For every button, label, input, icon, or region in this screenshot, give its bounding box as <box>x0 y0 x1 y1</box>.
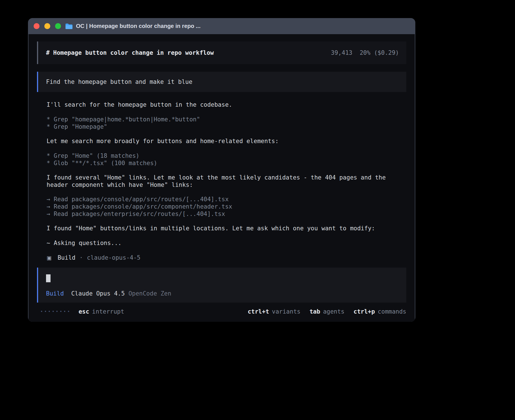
tool-call-line: * Grep "Homepage" <box>47 123 406 130</box>
assistant-text: I found "Home" buttons/links in multiple… <box>47 225 406 232</box>
shortcut-label: commands <box>378 308 406 315</box>
input-footer: Build Claude Opus 4.5 OpenCode Zen <box>46 290 398 297</box>
agent-name: Build <box>58 254 75 261</box>
window-title: OC | Homepage button color change in rep… <box>76 23 200 29</box>
tool-call-line: * Grep "Home" (18 matches) <box>47 152 406 159</box>
token-count: 39,413 <box>331 49 352 56</box>
zoom-button[interactable] <box>55 23 61 29</box>
user-message: Find the homepage button and make it blu… <box>37 72 406 92</box>
esc-label: interrupt <box>92 308 124 315</box>
input-model[interactable]: Claude Opus 4.5 <box>71 290 125 297</box>
tool-call-group: * Grep "Home" (18 matches) * Glob "**/*.… <box>47 152 406 167</box>
user-message-text: Find the homepage button and make it blu… <box>46 78 192 85</box>
prompt-input[interactable]: Build Claude Opus 4.5 OpenCode Zen <box>37 268 406 303</box>
status-left: ········ esc interrupt <box>37 308 124 315</box>
folder-icon <box>65 23 73 29</box>
assistant-text: Let me search more broadly for buttons a… <box>47 137 406 145</box>
conversation: I'll search for the homepage button in t… <box>47 101 406 261</box>
agent-status-line: ▣ Build · claude-opus-4-5 <box>47 254 406 261</box>
status-bar: ········ esc interrupt ctrl+t variants t… <box>37 308 406 315</box>
esc-key: esc <box>78 308 89 315</box>
context-usage: 20% ($0.29) <box>360 49 399 56</box>
status-shortcuts: ctrl+t variants tab agents ctrl+p comman… <box>248 308 406 315</box>
agent-model: claude-opus-4-5 <box>87 254 141 261</box>
file-read-group: → Read packages/console/app/src/routes/[… <box>47 196 406 218</box>
asking-status: ~ Asking questions... <box>47 239 406 247</box>
file-read-line: → Read packages/enterprise/src/routes/[.… <box>47 210 406 218</box>
shortcut-variants: ctrl+t variants <box>248 308 300 315</box>
shortcut-label: agents <box>323 308 344 315</box>
input-agent-mode[interactable]: Build <box>46 290 64 297</box>
file-read-line: → Read packages/console/app/src/routes/[… <box>47 196 406 203</box>
file-read-line: → Read packages/console/app/src/componen… <box>47 203 406 210</box>
session-header: # Homepage button color change in repo w… <box>37 41 406 64</box>
shortcut-commands: ctrl+p commands <box>353 308 406 315</box>
agent-separator: · <box>79 254 83 261</box>
traffic-lights <box>34 23 61 29</box>
tool-call-group: * Grep "homepage|home.*button|Home.*butt… <box>47 116 406 130</box>
text-cursor[interactable] <box>46 274 51 282</box>
titlebar-title-group: OC | Homepage button color change in rep… <box>65 23 200 29</box>
shortcut-agents: tab agents <box>309 308 344 315</box>
window-titlebar[interactable]: OC | Homepage button color change in rep… <box>28 18 415 34</box>
close-button[interactable] <box>34 23 40 29</box>
session-title: # Homepage button color change in repo w… <box>46 49 214 56</box>
session-meta: 39,413 20% ($0.29) <box>331 49 399 56</box>
tool-call-line: * Grep "homepage|home.*button|Home.*butt… <box>47 116 406 123</box>
shortcut-label: variants <box>272 308 300 315</box>
input-provider: OpenCode Zen <box>128 290 171 297</box>
shortcut-key: tab <box>309 308 320 315</box>
assistant-text: I found several "Home" links. Let me loo… <box>47 174 406 189</box>
shortcut-key: ctrl+t <box>248 308 269 315</box>
agent-icon: ▣ <box>47 254 52 261</box>
assistant-text: I'll search for the homepage button in t… <box>47 101 406 108</box>
terminal-window: OC | Homepage button color change in rep… <box>28 18 415 322</box>
terminal-view: # Homepage button color change in repo w… <box>29 34 415 322</box>
tool-call-line: * Glob "**/*.tsx" (100 matches) <box>47 159 406 167</box>
shortcut-key: ctrl+p <box>353 308 375 315</box>
spinner-dots-icon: ········ <box>40 308 71 315</box>
minimize-button[interactable] <box>44 23 50 29</box>
